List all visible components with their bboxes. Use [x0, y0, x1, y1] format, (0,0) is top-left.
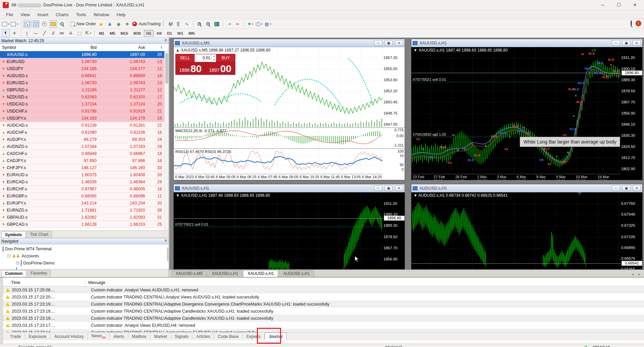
- market-watch-row[interactable]: ▼USDJPY.s 134.163 134.179 16: [0, 115, 169, 122]
- terminal-tab[interactable]: Exposure: [25, 333, 50, 340]
- market-watch-row[interactable]: ▲EURJPY.s 143.214 143.234 20: [0, 200, 169, 207]
- chart-tab[interactable]: AUDUSD.s,H1: [279, 270, 314, 277]
- profiles-button[interactable]: ▾: [10, 20, 19, 28]
- chart-restore-button[interactable]: ▣: [622, 40, 631, 46]
- market-watch-row[interactable]: ▼EURCHF.s 0.97987 0.98005 18: [0, 186, 169, 193]
- strategy-tester-toggle[interactable]: [58, 20, 66, 28]
- market-watch-row[interactable]: ▼EURUSD.s 1.06730 1.06743 13: [0, 80, 169, 87]
- terminal-tab[interactable]: News99: [88, 333, 110, 340]
- market-watch-row[interactable]: ▼XAUUSD.s 1896.80 1897.00 20: [0, 51, 169, 58]
- market-watch-row[interactable]: ▼AUDUSD.s 0.66541 0.66559 18: [0, 72, 169, 80]
- market-watch-row[interactable]: ▼EURUSD 1.06730 1.06743 13: [0, 58, 169, 65]
- navigator-toggle[interactable]: [40, 20, 48, 28]
- timeframe-button[interactable]: M30: [131, 30, 143, 37]
- terminal-tab[interactable]: Code Base: [214, 333, 243, 340]
- text-label-tool[interactable]: ⬚: [75, 30, 83, 37]
- timeframe-button[interactable]: M5: [107, 30, 118, 37]
- metaeditor-button[interactable]: ◆: [97, 20, 105, 28]
- market-watch-row[interactable]: ▲AUDCHF.s 0.61090 0.61106 16: [0, 129, 169, 136]
- sell-button[interactable]: SELL: [176, 54, 194, 62]
- market-watch-row[interactable]: ▼GBPCAD.s 1.66128 1.66153 25: [0, 221, 169, 228]
- line-chart-button[interactable]: [183, 20, 191, 28]
- timeframe-button[interactable]: D1: [164, 30, 175, 37]
- new-chart-button[interactable]: ▾: [2, 20, 10, 28]
- journal-row[interactable]: 2023.03.15 17:23:19.... Custom indicator…: [3, 308, 644, 315]
- market-watch-row[interactable]: ▼EURGBP.s 0.88085 0.88096 11: [0, 193, 169, 200]
- chart-restore-button[interactable]: ▣: [384, 185, 393, 191]
- terminal-toggle[interactable]: [49, 20, 57, 28]
- menu-item[interactable]: View: [17, 11, 33, 19]
- order-line[interactable]: #70770021 sell 0.01: [411, 82, 621, 82]
- chart-minimize-button[interactable]: ─: [374, 185, 382, 191]
- chart-shift-button[interactable]: [234, 20, 242, 28]
- market-watch-row[interactable]: ▼USDCAD.s 1.37104 1.37124 20: [0, 101, 169, 108]
- chart-tab-scroll-arrows[interactable]: ◂ ▸: [632, 273, 642, 276]
- order-line[interactable]: #70770021 sell 0.01: [174, 227, 383, 227]
- expert-advisors-button[interactable]: ♟: [106, 20, 114, 28]
- timeframe-button[interactable]: W1: [175, 30, 186, 37]
- menu-item[interactable]: File: [3, 11, 16, 19]
- chart-window-xauusd-h1-top[interactable]: XAUUSD.s,H1 ─ ▣ ✕ ▼ XAUUSD.s,H1 1887.48 …: [411, 39, 643, 180]
- chart-window-titlebar[interactable]: XAUUSD.s,H1 ─ ▣ ✕: [411, 39, 642, 47]
- horizontal-line-tool[interactable]: —: [32, 30, 40, 37]
- market-watch-row[interactable]: ▼USDJPY 134.165 134.177 12: [0, 65, 169, 72]
- timeframe-button[interactable]: MN: [186, 30, 197, 37]
- menu-item[interactable]: Tools: [73, 11, 90, 19]
- timeframe-button[interactable]: H4: [154, 30, 164, 37]
- journal-row[interactable]: 2023.03.15 17:25:08.... Custom indicator…: [3, 286, 644, 293]
- navigator-close-icon[interactable]: ✕: [164, 239, 167, 243]
- terminal-tab[interactable]: Signals: [171, 333, 193, 340]
- chart-window-audusd-h1[interactable]: AUDUSD.s,H1 ─ ▣ ✕ ▼ AUDUSD.s,H1 0.66734 …: [411, 184, 643, 270]
- journal-row[interactable]: 2023.03.15 17:23:19.... Custom indicator…: [3, 301, 644, 308]
- navigator-tree-item[interactable]: + DooPrime-Demo: [0, 259, 169, 266]
- volume-stepper[interactable]: 0.01 ▲▼: [194, 54, 216, 62]
- market-watch-row[interactable]: ▼EURNZD.s 1.71881 1.71920 39: [0, 207, 169, 214]
- data-window-toggle[interactable]: [32, 20, 40, 28]
- timeframe-button[interactable]: M15: [118, 30, 131, 37]
- zoom-out-button[interactable]: [204, 20, 212, 28]
- terminal-tab[interactable]: Market: [150, 333, 171, 340]
- fibonacci-tool[interactable]: ≡ꜰ: [58, 30, 66, 37]
- periods-button[interactable]: ▾: [255, 20, 263, 28]
- chart-window-xauusd-h1-bottom[interactable]: XAUUSD.s,H1 ─ ▣ ✕ ▼ XAUUSD.s,H1 1887.48 …: [173, 184, 405, 270]
- sell-price[interactable]: 189680: [176, 62, 206, 74]
- chart-minimize-button[interactable]: ─: [612, 185, 620, 191]
- templates-button[interactable]: ▾: [264, 20, 272, 28]
- chart-restore-button[interactable]: ▣: [622, 185, 631, 191]
- autotrading-button[interactable]: AutoTrading: [132, 20, 161, 28]
- chart-tab[interactable]: XAUUSD.s,H1: [207, 270, 242, 277]
- navigator-scrollbar[interactable]: [167, 248, 168, 261]
- chart-tab[interactable]: XAUUSD.s,H1: [243, 270, 278, 277]
- market-watch-close-icon[interactable]: ✕: [164, 38, 167, 42]
- window-maximize-button[interactable]: ☐: [611, 0, 626, 10]
- market-watch-scrollbar[interactable]: [164, 51, 169, 230]
- market-watch-row[interactable]: ▲AUDNZD.s 1.07164 1.07193 29: [0, 143, 169, 150]
- chart-minimize-button[interactable]: ─: [612, 40, 620, 46]
- text-tool[interactable]: A: [67, 30, 75, 37]
- menu-item[interactable]: Charts: [52, 11, 72, 19]
- chart-window-titlebar[interactable]: AUDUSD.s,H1 ─ ▣ ✕: [411, 184, 642, 192]
- options-button[interactable]: ✱: [123, 20, 131, 28]
- market-watch-tab[interactable]: Symbols: [1, 231, 26, 238]
- chart-close-button[interactable]: ✕: [395, 40, 403, 46]
- journal-row[interactable]: 2023.03.15 17:23:20.... Custom indicator…: [3, 293, 644, 301]
- chart-window-xauusd-m5[interactable]: XAUUSD.s,M5 ─ ▣ ✕ ▲ XAUUSD.s,M5 1896.88 …: [173, 39, 405, 180]
- market-watch-row[interactable]: ▼EURAUD.s 1.60375 1.60408 33: [0, 171, 169, 179]
- cursor-tool-button[interactable]: [2, 30, 10, 37]
- terminal-tab[interactable]: Trade: [6, 333, 25, 340]
- navigator-tab[interactable]: Favorites: [27, 270, 51, 277]
- market-watch-row[interactable]: ▼AUDJPY.s 89.279 89.303 24: [0, 136, 169, 143]
- terminal-tab[interactable]: Mailbox: [128, 333, 150, 340]
- sounds-button[interactable]: ◉: [114, 20, 123, 28]
- buy-price[interactable]: 189700: [206, 62, 235, 74]
- journal-row[interactable]: 2023.03.15 17:23:17.... Custom indicator…: [3, 322, 644, 329]
- terminal-drag-handle[interactable]: [0, 278, 3, 344]
- indicators-button[interactable]: ▾: [246, 20, 255, 28]
- zoom-in-button[interactable]: [195, 20, 203, 28]
- auto-scroll-button[interactable]: [225, 20, 233, 28]
- terminal-tab[interactable]: Articles: [193, 333, 214, 340]
- new-order-button[interactable]: New Order: [70, 20, 96, 28]
- chart-minimize-button[interactable]: ─: [374, 40, 382, 46]
- column-bid[interactable]: Bid: [58, 45, 99, 50]
- notification-icon[interactable]: !: [636, 21, 641, 26]
